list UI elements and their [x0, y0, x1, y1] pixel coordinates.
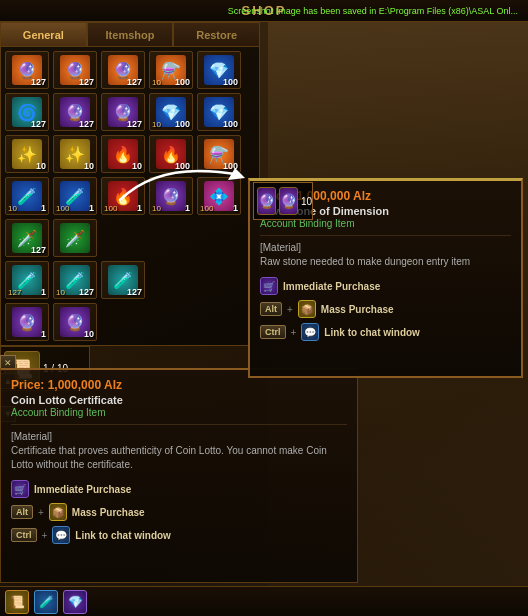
main-description: [Material] Certificate that proves authe…: [11, 424, 347, 472]
alt-key-badge: Alt: [260, 302, 282, 316]
bottom-icon-3[interactable]: 💎: [63, 590, 87, 614]
item-slot-13[interactable]: 🔥 10: [101, 135, 145, 173]
item-slot-16[interactable]: 🧪 1 10: [5, 177, 49, 215]
item-slot-23: [101, 219, 145, 257]
item-slot-28[interactable]: 🧪 127: [101, 261, 145, 299]
item-slot-6[interactable]: 🌀 127: [5, 93, 49, 131]
item-slot-4[interactable]: ⚗️ 100 10: [149, 51, 193, 89]
main-immediate-label: Immediate Purchase: [34, 484, 131, 495]
main-binding: Account Binding Item: [11, 407, 347, 418]
popup-action-immediate[interactable]: 🛒 Immediate Purchase: [260, 277, 511, 295]
popup-action-mass[interactable]: Alt + 📦 Mass Purchase: [260, 300, 511, 318]
tab-restore[interactable]: Restore: [173, 22, 260, 46]
tab-itemshop[interactable]: Itemshop: [87, 22, 174, 46]
item-slot-30: [197, 261, 241, 299]
main-mass-icon: 📦: [49, 503, 67, 521]
bottom-bar: 📜 🧪 💎: [0, 586, 528, 616]
item-slot-18[interactable]: 🔥 1 100: [101, 177, 145, 215]
item-slot-3[interactable]: 🔮 127: [101, 51, 145, 89]
popup-item-icon: 🔮: [257, 187, 276, 215]
item-slot-5[interactable]: 💎 100: [197, 51, 241, 89]
popup-item-preview: 🔮 🔮 10: [253, 182, 313, 220]
bottom-icon-1[interactable]: 📜: [5, 590, 29, 614]
link-chat-icon: 💬: [301, 323, 319, 341]
main-item-name: Coin Lotto Certificate: [11, 394, 347, 406]
tab-general[interactable]: General: [0, 22, 87, 46]
link-chat-label: Link to chat window: [324, 327, 420, 338]
popup-action-link[interactable]: Ctrl + 💬 Link to chat window: [260, 323, 511, 341]
item-slot-1[interactable]: 🔮 127: [5, 51, 49, 89]
item-slot-34: [149, 303, 193, 341]
shop-item-grid: 🔮 127 🔮 127 🔮 127 ⚗️ 100 10 💎 100 🌀 127 …: [0, 46, 260, 346]
main-action-link[interactable]: Ctrl + 💬 Link to chat window: [11, 526, 347, 544]
tab-bar: General Itemshop Restore: [0, 22, 260, 46]
item-slot-29: [149, 261, 193, 299]
main-price: Price: 1,000,000 Alz: [11, 378, 347, 392]
immediate-purchase-icon: 🛒: [260, 277, 278, 295]
item-slot-26[interactable]: 🧪 1 127: [5, 261, 49, 299]
ctrl-key-badge: Ctrl: [260, 325, 286, 339]
main-mass-label: Mass Purchase: [72, 507, 145, 518]
immediate-purchase-label: Immediate Purchase: [283, 281, 380, 292]
popup-item-icon-2: 🔮: [279, 187, 298, 215]
item-slot-2[interactable]: 🔮 127: [53, 51, 97, 89]
item-slot-35: [197, 303, 241, 341]
popup-description: [Material] Raw stone needed to make dung…: [260, 235, 511, 269]
main-alt-key-badge: Alt: [11, 505, 33, 519]
mass-purchase-label: Mass Purchase: [321, 304, 394, 315]
item-icon-31: 🔮: [12, 307, 42, 337]
item-slot-11[interactable]: ✨ 10: [5, 135, 49, 173]
main-immediate-icon: 🛒: [11, 480, 29, 498]
item-slot-15[interactable]: ⚗️ 100: [197, 135, 241, 173]
item-slot-31[interactable]: 🔮 1: [5, 303, 49, 341]
item-slot-14[interactable]: 🔥 100: [149, 135, 193, 173]
item-slot-9[interactable]: 💎 100 10: [149, 93, 193, 131]
item-icon-22: 🗡️: [60, 223, 90, 253]
title-bar: SHOP Screenshot Image has been saved in …: [0, 0, 528, 22]
mass-purchase-icon: 📦: [298, 300, 316, 318]
item-slot-7[interactable]: 🔮 127: [53, 93, 97, 131]
item-slot-8[interactable]: 🔮 127: [101, 93, 145, 131]
item-slot-24: [149, 219, 193, 257]
main-action-mass[interactable]: Alt + 📦 Mass Purchase: [11, 503, 347, 521]
main-ctrl-key-badge: Ctrl: [11, 528, 37, 542]
item-slot-12[interactable]: ✨ 10: [53, 135, 97, 173]
item-slot-33: [101, 303, 145, 341]
main-link-label: Link to chat window: [75, 530, 171, 541]
main-info-panel: Price: 1,000,000 Alz Coin Lotto Certific…: [0, 368, 358, 583]
item-slot-32[interactable]: 🔮 10: [53, 303, 97, 341]
main-action-immediate[interactable]: 🛒 Immediate Purchase: [11, 480, 347, 498]
item-slot-22[interactable]: 🗡️: [53, 219, 97, 257]
screenshot-notice: Screenshot Image has been saved in E:\Pr…: [228, 6, 518, 16]
item-slot-20[interactable]: 💠 1 100: [197, 177, 241, 215]
item-slot-25: [197, 219, 241, 257]
item-slot-19[interactable]: 🔮 1 10: [149, 177, 193, 215]
item-slot-17[interactable]: 🧪 1 100: [53, 177, 97, 215]
item-slot-10[interactable]: 💎 100: [197, 93, 241, 131]
bottom-icon-2[interactable]: 🧪: [34, 590, 58, 614]
item-slot-21[interactable]: 🗡️ 127: [5, 219, 49, 257]
main-link-icon: 💬: [52, 526, 70, 544]
item-slot-27[interactable]: 🧪 127 10: [53, 261, 97, 299]
